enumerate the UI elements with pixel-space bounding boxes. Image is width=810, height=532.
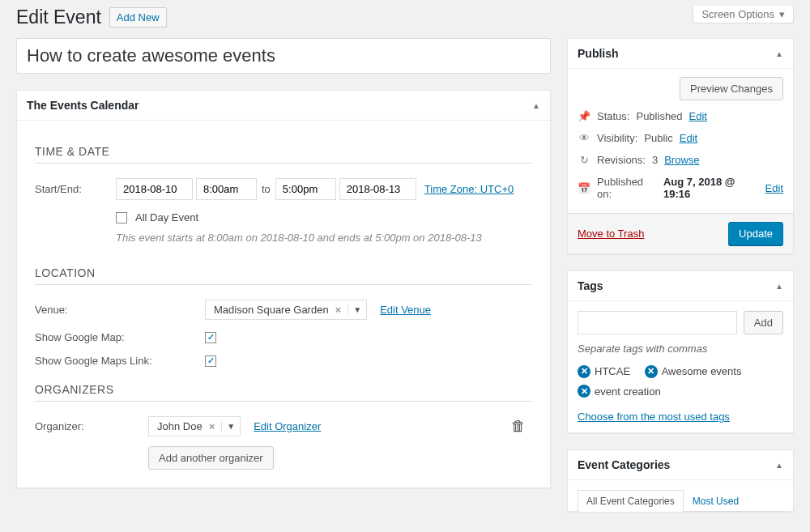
remove-tag-icon[interactable]: ✕ — [578, 385, 590, 398]
edit-visibility-link[interactable]: Edit — [680, 132, 697, 144]
edit-date-link[interactable]: Edit — [765, 182, 783, 194]
published-on-value: Aug 7, 2018 @ 19:16 — [663, 176, 759, 200]
revisions-value: 3 — [652, 154, 658, 166]
add-new-button[interactable]: Add New — [109, 7, 167, 28]
remove-tag-icon[interactable]: ✕ — [645, 365, 658, 378]
tag-label: HTCAE — [595, 365, 630, 377]
collapse-icon[interactable]: ▲ — [532, 101, 540, 110]
collapse-icon[interactable]: ▲ — [775, 282, 783, 291]
collapse-icon[interactable]: ▲ — [775, 49, 783, 58]
history-icon: ↻ — [578, 154, 590, 166]
update-button[interactable]: Update — [728, 222, 783, 245]
tags-hint: Separate tags with commas — [578, 343, 783, 355]
show-map-label: Show Google Map: — [35, 331, 205, 343]
status-value: Published — [636, 110, 682, 122]
preview-changes-button[interactable]: Preview Changes — [680, 77, 783, 100]
show-maps-link-checkbox[interactable] — [205, 355, 216, 367]
pin-icon: 📌 — [578, 110, 590, 122]
chevron-down-icon: ▾ — [779, 8, 785, 20]
tag-item: ✕ Awesome events — [645, 365, 742, 378]
event-summary-hint: This event starts at 8:00am on 2018-08-1… — [116, 232, 532, 244]
screen-options-toggle[interactable]: Screen Options ▾ — [693, 6, 794, 23]
collapse-icon[interactable]: ▲ — [775, 461, 783, 470]
start-end-label: Start/End: — [35, 183, 116, 195]
events-calendar-box-header[interactable]: The Events Calendar ▲ — [17, 91, 550, 121]
status-label: Status: — [597, 110, 629, 122]
eye-icon: 👁 — [578, 132, 590, 144]
venue-clear-icon[interactable]: × — [335, 304, 342, 316]
choose-tags-link[interactable]: Choose from the most used tags — [578, 411, 783, 423]
tags-box-header[interactable]: Tags ▲ — [568, 271, 793, 301]
time-date-heading: TIME & DATE — [35, 145, 532, 164]
publish-box-title: Publish — [578, 47, 619, 60]
event-title-input[interactable] — [16, 38, 551, 74]
move-to-trash-link[interactable]: Move to Trash — [578, 228, 644, 240]
visibility-label: Visibility: — [597, 132, 637, 144]
add-organizer-button[interactable]: Add another organizer — [148, 446, 274, 470]
venue-label: Venue: — [35, 304, 205, 316]
timezone-link[interactable]: Time Zone: UTC+0 — [424, 183, 514, 195]
organizer-select[interactable]: John Doe × ▼ — [148, 416, 241, 436]
tag-item: ✕ event creation — [578, 385, 661, 398]
all-day-checkbox[interactable] — [116, 212, 127, 223]
trash-icon[interactable]: 🗑 — [511, 418, 526, 435]
chevron-down-icon: ▼ — [347, 305, 361, 314]
end-time-input[interactable] — [275, 178, 336, 200]
tab-most-used[interactable]: Most Used — [684, 490, 748, 512]
organizers-heading: ORGANIZERS — [35, 383, 532, 402]
tags-box-title: Tags — [578, 279, 603, 292]
show-map-checkbox[interactable] — [205, 332, 216, 343]
edit-status-link[interactable]: Edit — [689, 110, 707, 122]
location-heading: LOCATION — [35, 266, 532, 285]
chevron-down-icon: ▼ — [221, 422, 235, 431]
organizer-label: Organizer: — [35, 420, 148, 432]
remove-tag-icon[interactable]: ✕ — [578, 365, 590, 378]
tab-all-categories[interactable]: All Event Categories — [578, 490, 684, 512]
tag-label: Awesome events — [662, 365, 742, 377]
edit-venue-link[interactable]: Edit Venue — [380, 304, 431, 316]
tag-item: ✕ HTCAE — [578, 365, 630, 378]
publish-box-header[interactable]: Publish ▲ — [568, 39, 793, 69]
venue-select[interactable]: Madison Square Garden × ▼ — [205, 300, 367, 320]
categories-box-header[interactable]: Event Categories ▲ — [568, 450, 793, 480]
tag-input[interactable] — [578, 311, 737, 334]
end-date-input[interactable] — [339, 178, 416, 200]
show-maps-link-label: Show Google Maps Link: — [35, 355, 205, 367]
edit-organizer-link[interactable]: Edit Organizer — [254, 420, 321, 432]
all-day-label: All Day Event — [135, 211, 198, 223]
screen-options-label: Screen Options — [701, 8, 774, 20]
start-date-input[interactable] — [116, 178, 193, 200]
browse-revisions-link[interactable]: Browse — [664, 154, 699, 166]
add-tag-button[interactable]: Add — [744, 311, 783, 334]
events-calendar-box-title: The Events Calendar — [27, 99, 139, 112]
start-time-input[interactable] — [196, 178, 257, 200]
tag-label: event creation — [595, 385, 661, 398]
calendar-icon: 📅 — [578, 182, 590, 194]
categories-box-title: Event Categories — [578, 458, 670, 471]
visibility-value: Public — [644, 132, 672, 144]
organizer-value: John Doe — [157, 420, 202, 432]
revisions-label: Revisions: — [597, 154, 646, 166]
published-on-label: Published on: — [597, 176, 657, 200]
venue-value: Madison Square Garden — [214, 304, 329, 316]
organizer-clear-icon[interactable]: × — [209, 420, 215, 432]
to-separator: to — [262, 183, 271, 195]
page-title: Edit Event — [16, 6, 101, 28]
